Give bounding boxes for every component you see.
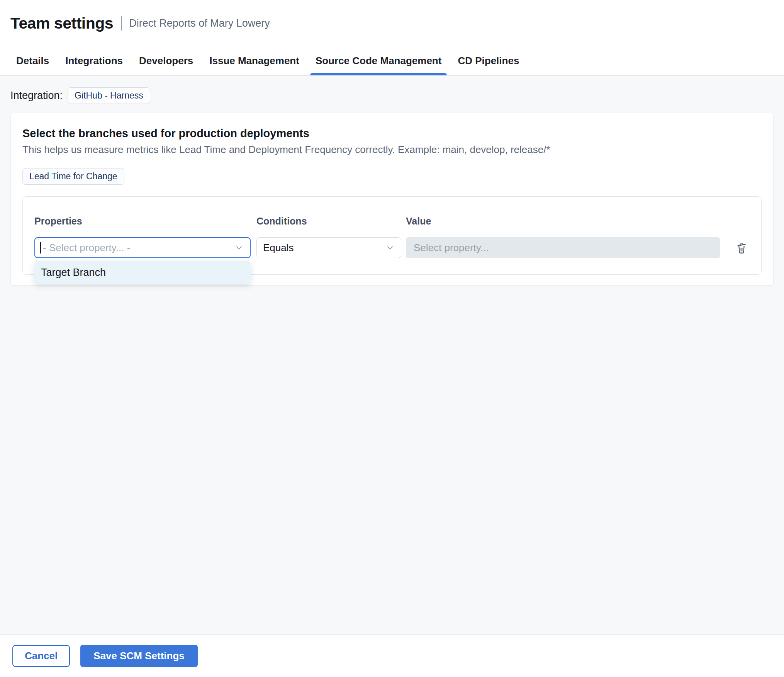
integration-row: Integration: GitHub - Harness [10,87,774,104]
tab-details[interactable]: Details [16,46,49,75]
text-caret [40,242,41,253]
page-header: Team settings Direct Reports of Mary Low… [0,0,784,46]
footer-actions: Cancel Save SCM Settings [0,634,784,677]
tab-source-code-management[interactable]: Source Code Management [316,46,442,75]
properties-dropdown-menu: Target Branch [34,261,251,284]
tab-cd-pipelines[interactable]: CD Pipelines [458,46,519,75]
properties-select[interactable]: - Select property... - [34,237,251,258]
rule-builder-controls: - Select property... - Equals [34,237,761,258]
card-title: Select the branches used for production … [22,126,762,140]
scm-branches-card: Select the branches used for production … [10,113,774,286]
chevron-down-icon [234,243,244,252]
settings-tabbar: Details Integrations Developers Issue Ma… [0,46,784,76]
dropdown-option-target-branch[interactable]: Target Branch [34,262,251,283]
rule-builder: Properties Conditions Value - Select pro… [22,196,762,275]
lead-time-chip[interactable]: Lead Time for Change [22,168,124,185]
integration-label: Integration: [10,90,63,102]
tab-developers[interactable]: Developers [139,46,193,75]
chevron-down-icon [385,243,395,252]
value-column-label: Value [406,215,720,227]
card-description: This helps us measure metrics like Lead … [22,143,762,156]
cancel-button[interactable]: Cancel [12,645,70,667]
conditions-selected-value: Equals [263,242,294,254]
integration-chip[interactable]: GitHub - Harness [68,87,150,104]
save-scm-settings-button[interactable]: Save SCM Settings [80,645,198,667]
tab-integrations[interactable]: Integrations [65,46,123,75]
trash-icon [735,240,748,255]
delete-rule-button[interactable] [734,239,749,256]
properties-column-label: Properties [34,215,251,227]
tab-issue-management[interactable]: Issue Management [209,46,299,75]
page-title: Team settings [10,14,113,32]
rule-builder-labels: Properties Conditions Value [34,215,761,227]
main-content: Integration: GitHub - Harness Select the… [0,76,784,634]
conditions-column-label: Conditions [256,215,401,227]
title-divider [121,16,122,31]
value-input[interactable] [406,237,720,258]
properties-placeholder: - Select property... - [43,242,130,254]
page-subtitle: Direct Reports of Mary Lowery [129,17,270,29]
conditions-select[interactable]: Equals [256,237,401,258]
